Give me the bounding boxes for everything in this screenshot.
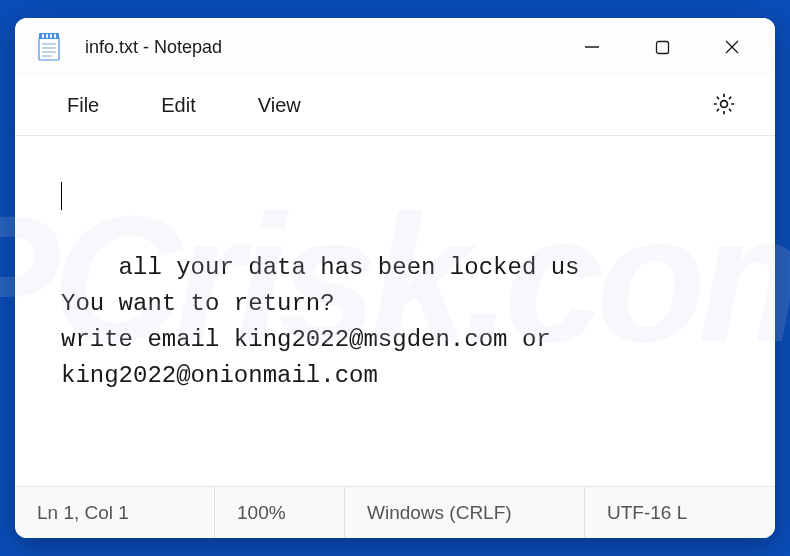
settings-button[interactable] xyxy=(703,83,745,129)
menubar: File Edit View xyxy=(15,76,775,136)
status-encoding: UTF-16 L xyxy=(585,487,775,538)
document-text: all your data has been locked us You wan… xyxy=(61,254,579,389)
menu-view[interactable]: View xyxy=(236,86,323,125)
window-title: info.txt - Notepad xyxy=(85,37,557,58)
close-button[interactable] xyxy=(697,23,767,71)
svg-rect-2 xyxy=(42,34,44,38)
minimize-button[interactable] xyxy=(557,23,627,71)
svg-rect-4 xyxy=(50,34,52,38)
status-cursor-position: Ln 1, Col 1 xyxy=(15,487,215,538)
notepad-window: info.txt - Notepad File Edit View xyxy=(15,18,775,538)
svg-rect-3 xyxy=(46,34,48,38)
status-line-ending: Windows (CRLF) xyxy=(345,487,585,538)
window-controls xyxy=(557,23,767,71)
text-editor-area[interactable]: all your data has been locked us You wan… xyxy=(15,136,775,486)
statusbar: Ln 1, Col 1 100% Windows (CRLF) UTF-16 L xyxy=(15,486,775,538)
svg-rect-5 xyxy=(54,34,56,38)
status-zoom[interactable]: 100% xyxy=(215,487,345,538)
maximize-button[interactable] xyxy=(627,23,697,71)
svg-rect-11 xyxy=(656,41,668,53)
gear-icon xyxy=(711,103,737,120)
notepad-icon xyxy=(37,33,61,61)
menu-file[interactable]: File xyxy=(45,86,121,125)
svg-point-14 xyxy=(721,100,728,107)
menu-edit[interactable]: Edit xyxy=(139,86,217,125)
text-caret xyxy=(61,182,62,210)
titlebar: info.txt - Notepad xyxy=(15,18,775,76)
